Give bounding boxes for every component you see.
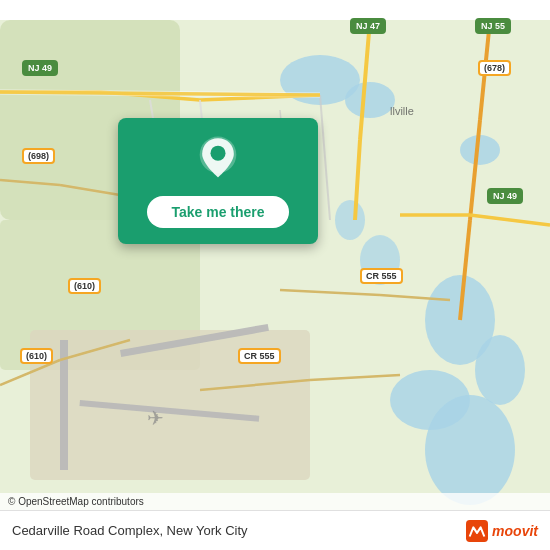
attribution-text: © OpenStreetMap contributors xyxy=(8,496,144,507)
svg-text:✈: ✈ xyxy=(147,407,164,429)
svg-text:llville: llville xyxy=(390,105,414,117)
map-container: ✈ xyxy=(0,0,550,550)
svg-point-5 xyxy=(475,335,525,405)
attribution-bar: © OpenStreetMap contributors xyxy=(0,493,550,510)
road-badge-nj49b: NJ 49 xyxy=(487,188,523,204)
road-badge-nj47: NJ 47 xyxy=(350,18,386,34)
road-badge-610a: (610) xyxy=(68,278,101,294)
road-badge-nj55: NJ 55 xyxy=(475,18,511,34)
svg-rect-44 xyxy=(466,520,488,542)
svg-point-43 xyxy=(211,146,226,161)
svg-point-9 xyxy=(425,395,515,505)
map-popup: Take me there xyxy=(118,118,318,244)
moovit-icon xyxy=(466,520,488,542)
take-me-there-button[interactable]: Take me there xyxy=(147,196,288,228)
moovit-logo: moovit xyxy=(466,520,538,542)
footer-bar: Cedarville Road Complex, New York City m… xyxy=(0,510,550,550)
road-badge-678: (678) xyxy=(478,60,511,76)
road-badge-698: (698) xyxy=(22,148,55,164)
road-badge-nj49a: NJ 49 xyxy=(22,60,58,76)
road-badge-cr555a: CR 555 xyxy=(360,268,403,284)
road-badge-cr555b: CR 555 xyxy=(238,348,281,364)
road-badge-610b: (610) xyxy=(20,348,53,364)
location-pin-icon xyxy=(193,134,243,184)
footer-location-text: Cedarville Road Complex, New York City xyxy=(12,523,466,538)
moovit-brand-text: moovit xyxy=(492,523,538,539)
svg-point-7 xyxy=(335,200,365,240)
svg-point-2 xyxy=(345,82,395,118)
map-background: ✈ xyxy=(0,0,550,550)
